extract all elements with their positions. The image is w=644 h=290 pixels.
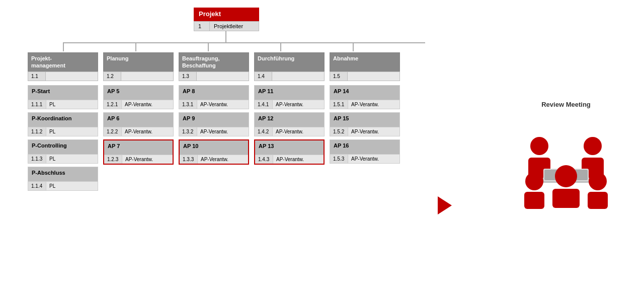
col-planung: Planung 1.2 AP 5 1.2.1 AP-Verantw.: [103, 52, 176, 168]
col-beauftragung: Beauftragung,Beschaffung 1.3 AP 8 1.3.1 …: [179, 52, 252, 168]
svg-rect-12: [588, 192, 608, 209]
svg-point-7: [555, 165, 577, 187]
columns-row: Projekt-management 1.1 P-Start 1.1.1 PL: [28, 42, 465, 194]
col-beauftragung-header: Beauftragung,Beschaffung: [179, 52, 249, 72]
wp-ap14: AP 14 1.5.1 AP-Verantw.: [330, 85, 400, 109]
wp-ap10: AP 10 1.3.3 AP-Verantw.: [179, 139, 249, 165]
wp-ap7: AP 7 1.2.3 AP-Verantw.: [103, 139, 174, 165]
col-durchfuehrung: Durchführung 1.4 AP 11 1.4.1 AP-Verantw.: [254, 52, 327, 168]
svg-point-9: [525, 172, 543, 190]
wp-ap9: AP 9 1.3.2 AP-Verantw.: [179, 112, 249, 136]
wp-ap15: AP 15 1.5.2 AP-Verantw.: [330, 112, 400, 136]
project-title-box: Projekt: [194, 8, 259, 21]
col-planung-header: Planung: [103, 52, 174, 71]
svg-point-0: [530, 137, 548, 155]
play-arrow-icon: [438, 196, 452, 214]
wp-ap11: AP 11 1.4.1 AP-Verantw.: [254, 85, 325, 109]
wp-ap16: AP 16 1.5.3 AP-Verantw.: [330, 139, 400, 164]
col-pm-role: [46, 71, 98, 81]
svg-rect-8: [552, 189, 580, 208]
wp-p-abschluss: P-Abschluss 1.1.4 PL: [28, 167, 98, 191]
col-durch-header: Durchführung: [254, 52, 325, 71]
wp-p-controlling: P-Controlling 1.1.3 PL: [28, 139, 98, 164]
review-section: Review Meeting: [503, 101, 629, 209]
col-pm-num: 1.1: [28, 71, 46, 81]
col-pm-header: Projekt-management: [28, 52, 98, 72]
wp-ap5: AP 5 1.2.1 AP-Verantw.: [103, 85, 174, 109]
col-projektmanagement: Projekt-management 1.1 P-Start 1.1.1 PL: [28, 52, 101, 194]
svg-point-2: [584, 137, 602, 155]
project-title: Projekt: [199, 10, 221, 18]
wp-ap8: AP 8 1.3.1 AP-Verantw.: [179, 85, 249, 109]
col-abnahme: Abnahme 1.5 AP 14 1.5.1 AP-Verantw.: [330, 52, 403, 167]
wp-ap12: AP 12 1.4.2 AP-Verantw.: [254, 112, 325, 136]
wp-p-start: P-Start 1.1.1 PL: [28, 85, 98, 109]
svg-rect-10: [524, 192, 544, 209]
people-illustration: [513, 118, 619, 209]
svg-point-11: [589, 172, 607, 190]
project-role: Projektleiter: [210, 21, 259, 31]
wp-ap13: AP 13 1.4.3 AP-Verantw.: [254, 139, 325, 165]
project-num: 1: [194, 21, 210, 31]
review-title: Review Meeting: [541, 101, 591, 108]
wp-p-koordination: P-Koordination 1.1.2 PL: [28, 112, 98, 136]
wp-ap6: AP 6 1.2.2 AP-Verantw.: [103, 112, 174, 136]
col-abnahme-header: Abnahme: [330, 52, 400, 71]
